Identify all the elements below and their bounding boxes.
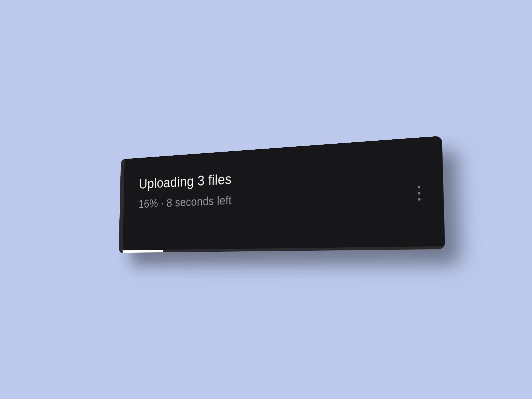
upload-toast-content: Uploading 3 files 16% · 8 seconds left — [138, 160, 407, 210]
more-options-button[interactable] — [411, 182, 427, 204]
progress-fill — [119, 250, 163, 253]
more-vertical-icon — [417, 186, 420, 188]
more-vertical-icon — [418, 198, 420, 200]
upload-toast-3d-scene: Uploading 3 files 16% · 8 seconds left — [119, 136, 445, 253]
more-vertical-icon — [418, 192, 420, 195]
upload-title: Uploading 3 files — [139, 160, 406, 192]
upload-toast: Uploading 3 files 16% · 8 seconds left — [119, 136, 445, 253]
